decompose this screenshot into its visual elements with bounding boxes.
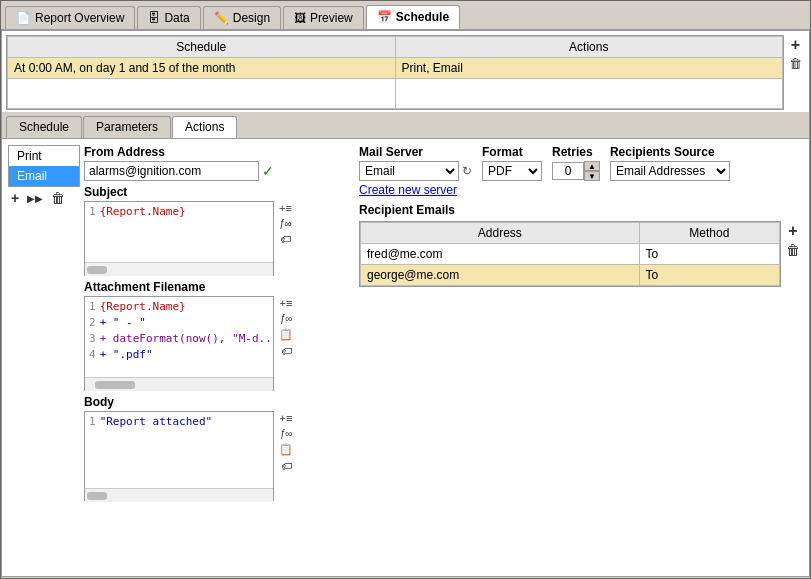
delete-recipient-button[interactable]: 🗑	[783, 241, 803, 259]
attachment-add-button[interactable]: +≡	[276, 296, 296, 310]
body-editor-buttons: +≡ ƒ∞ 📋 🏷	[276, 411, 296, 501]
tab-schedule[interactable]: 📅 Schedule	[366, 5, 460, 29]
body-editor[interactable]: 1"Report attached"	[84, 411, 274, 501]
retries-up-button[interactable]: ▲	[584, 161, 600, 171]
attachment-function-button[interactable]: ƒ∞	[276, 312, 296, 325]
top-tab-bar: 📄 Report Overview 🗄 Data ✏️ Design 🖼 Pre…	[1, 1, 810, 30]
subject-add-button[interactable]: +≡	[276, 201, 295, 215]
sub-tab-bar: Schedule Parameters Actions	[2, 112, 809, 139]
mail-server-select[interactable]: Email	[359, 161, 459, 181]
recipient-table: Address Method fred@	[360, 222, 780, 286]
body-tag-button[interactable]: 🏷	[276, 459, 296, 473]
recipient-table-border: Address Method fred@	[359, 221, 781, 287]
add-schedule-button[interactable]: +	[786, 35, 805, 55]
action-item-print[interactable]: Print	[9, 146, 79, 166]
recipient-table-wrapper: Address Method fred@	[359, 221, 803, 287]
attachment-script-button[interactable]: 📋	[276, 327, 296, 342]
action-list-area: Print Email + ▶▶ 🗑	[8, 145, 80, 501]
schedule-table: Schedule Actions At 0:00 AM, on day 1 an…	[7, 36, 783, 109]
left-panel: Print Email + ▶▶ 🗑	[8, 145, 353, 570]
refresh-icon[interactable]: ↻	[462, 164, 472, 178]
action-item-email[interactable]: Email	[9, 166, 79, 186]
main-content: Schedule Actions At 0:00 AM, on day 1 an…	[1, 30, 810, 577]
tab-data[interactable]: 🗄 Data	[137, 6, 200, 29]
delete-schedule-button[interactable]: 🗑	[786, 55, 805, 72]
body-add-button[interactable]: +≡	[276, 411, 296, 425]
method-col-header: Method	[639, 223, 779, 244]
schedule-cell: At 0:00 AM, on day 1 and 15 of the month	[8, 58, 396, 79]
recipients-source-label: Recipients Source	[610, 145, 730, 159]
data-icon: 🗄	[148, 11, 160, 25]
subject-line-1: 1{Report.Name}	[89, 204, 269, 220]
create-new-server-link[interactable]: Create new server	[359, 183, 457, 197]
subject-group: Subject 1{Report.Name}	[84, 185, 353, 276]
body-line-1: 1"Report attached"	[89, 414, 269, 430]
recipient-emails-label: Recipient Emails	[359, 203, 803, 217]
forward-action-button[interactable]: ▶▶	[24, 189, 46, 207]
from-address-input[interactable]	[84, 161, 259, 181]
format-label: Format	[482, 145, 542, 159]
address-col-header: Address	[361, 223, 640, 244]
subject-editor-buttons: +≡ ƒ∞ 🏷	[276, 201, 295, 276]
attach-line-4: 4+ ".pdf"	[89, 347, 269, 363]
table-row[interactable]: george@me.com To	[361, 265, 780, 286]
format-select[interactable]: PDF	[482, 161, 542, 181]
retries-label: Retries	[552, 145, 600, 159]
add-recipient-button[interactable]: +	[783, 221, 803, 241]
check-icon: ✓	[262, 163, 274, 179]
schedule-table-controls: + 🗑	[786, 35, 805, 72]
report-overview-icon: 📄	[16, 11, 31, 25]
tab-parameters[interactable]: Parameters	[83, 116, 171, 138]
attachment-editor-buttons: +≡ ƒ∞ 📋 🏷	[276, 296, 296, 391]
subject-label: Subject	[84, 185, 353, 199]
retries-spinner: ▲ ▼	[584, 161, 600, 181]
body-script-button[interactable]: 📋	[276, 442, 296, 457]
add-action-button[interactable]: +	[8, 189, 22, 207]
subject-tag-button[interactable]: 🏷	[276, 232, 295, 246]
subject-editor[interactable]: 1{Report.Name}	[84, 201, 274, 276]
body-function-button[interactable]: ƒ∞	[276, 427, 296, 440]
right-panel: Mail Server Email ↻ Format	[359, 145, 803, 570]
main-window: 📄 Report Overview 🗄 Data ✏️ Design 🖼 Pre…	[0, 0, 811, 579]
retries-input[interactable]	[552, 162, 584, 180]
recipients-source-select[interactable]: Email Addresses	[610, 161, 730, 181]
recipient-method-cell: To	[639, 265, 779, 286]
table-row[interactable]: At 0:00 AM, on day 1 and 15 of the month…	[8, 58, 783, 79]
body-label: Body	[84, 395, 353, 409]
delete-action-button[interactable]: 🗑	[48, 189, 68, 207]
body-group: Body 1"Report attached"	[84, 395, 353, 501]
table-row[interactable]: fred@me.com To	[361, 244, 780, 265]
form-fields: From Address ✓ Subject	[84, 145, 353, 501]
mail-server-group: Mail Server Email ↻	[359, 145, 472, 181]
format-group: Format PDF	[482, 145, 542, 181]
recipients-source-group: Recipients Source Email Addresses	[610, 145, 730, 181]
attachment-editor-row: 1{Report.Name} 2+ " - " 3+ dateFormat(no…	[84, 296, 353, 391]
tab-design[interactable]: ✏️ Design	[203, 6, 281, 29]
actions-cell: Print, Email	[395, 58, 783, 79]
subject-function-button[interactable]: ƒ∞	[276, 217, 295, 230]
tab-preview[interactable]: 🖼 Preview	[283, 6, 364, 29]
recipient-address-cell: fred@me.com	[361, 244, 640, 265]
retries-group: Retries ▲ ▼	[552, 145, 600, 181]
from-address-group: From Address ✓	[84, 145, 353, 181]
tab-actions[interactable]: Actions	[172, 116, 237, 138]
tab-schedule-sub[interactable]: Schedule	[6, 116, 82, 138]
body-editor-row: 1"Report attached" +≡ ƒ∞	[84, 411, 353, 501]
attachment-group: Attachment Filename 1{Report.Name}	[84, 280, 353, 391]
mail-server-label: Mail Server	[359, 145, 472, 159]
retries-down-button[interactable]: ▼	[584, 171, 600, 181]
attachment-tag-button[interactable]: 🏷	[276, 344, 296, 358]
attach-line-3: 3+ dateFormat(now(), "M-d...	[89, 331, 269, 347]
preview-icon: 🖼	[294, 11, 306, 25]
actions-col-header: Actions	[395, 37, 783, 58]
from-address-label: From Address	[84, 145, 353, 159]
schedule-icon: 📅	[377, 10, 392, 24]
action-list: Print Email	[8, 145, 80, 187]
attach-line-1: 1{Report.Name}	[89, 299, 269, 315]
recipient-method-cell: To	[639, 244, 779, 265]
attachment-editor[interactable]: 1{Report.Name} 2+ " - " 3+ dateFormat(no…	[84, 296, 274, 391]
mail-server-row: Mail Server Email ↻ Format	[359, 145, 803, 181]
attach-line-2: 2+ " - "	[89, 315, 269, 331]
actions-panel: Print Email + ▶▶ 🗑	[2, 139, 809, 576]
tab-report-overview[interactable]: 📄 Report Overview	[5, 6, 135, 29]
